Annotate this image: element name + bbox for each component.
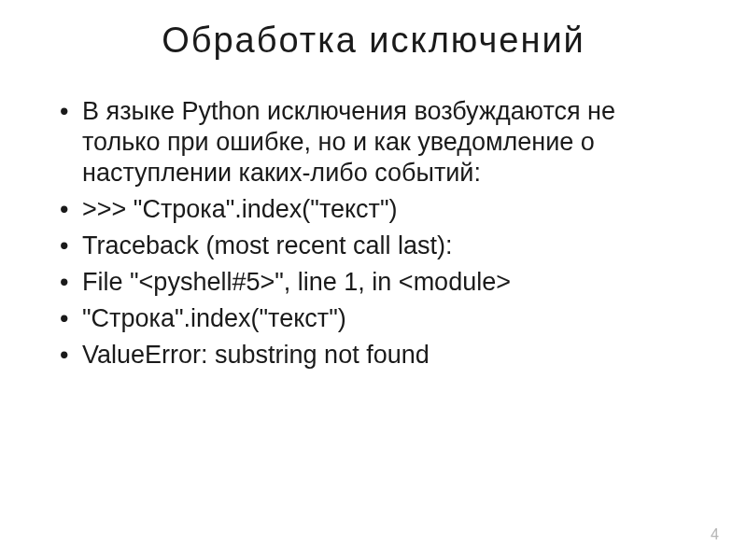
list-item: ValueError: substring not found: [56, 340, 691, 371]
list-item: File "<pyshell#5>", line 1, in <module>: [56, 267, 691, 298]
slide: Обработка исключений В языке Python искл…: [0, 0, 747, 560]
slide-title: Обработка исключений: [56, 21, 691, 61]
page-number: 4: [711, 526, 719, 543]
bullet-list: В языке Python исключения возбуждаются н…: [56, 96, 691, 371]
list-item: Traceback (most recent call last):: [56, 231, 691, 261]
list-item: В языке Python исключения возбуждаются н…: [56, 96, 691, 189]
list-item: >>> "Строка".index("текст"): [56, 194, 691, 225]
list-item: "Строка".index("текст"): [56, 303, 691, 334]
